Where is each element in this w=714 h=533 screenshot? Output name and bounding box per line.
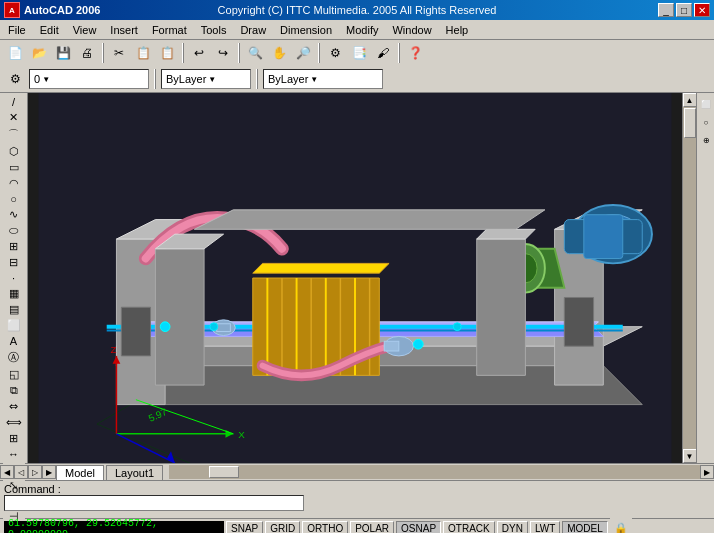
prop-button[interactable]: ⚙ xyxy=(324,42,346,64)
copy-button[interactable]: 📋 xyxy=(132,42,154,64)
region[interactable]: ⬜ xyxy=(3,318,25,333)
draw-polygon[interactable]: ⬡ xyxy=(3,144,25,159)
menu-dimension[interactable]: Dimension xyxy=(274,22,338,38)
tab-scroll-left[interactable]: ◀ xyxy=(0,465,14,479)
coordinates-value: 61.59780796, 29.52645772, 0.00000000 xyxy=(8,518,220,534)
command-label: Command : xyxy=(4,483,710,495)
layer-value: 0 xyxy=(34,73,40,85)
color-dropdown[interactable]: ByLayer ▼ xyxy=(161,69,251,89)
menu-edit[interactable]: Edit xyxy=(34,22,65,38)
tab-model[interactable]: Model xyxy=(56,465,104,480)
tab-layout1[interactable]: Layout1 xyxy=(106,465,163,480)
lock-icon[interactable]: 🔒 xyxy=(610,518,632,534)
minimize-button[interactable]: _ xyxy=(658,3,674,17)
3d-orbit[interactable]: ○ xyxy=(698,114,714,130)
grid-button[interactable]: GRID xyxy=(265,521,300,534)
scroll-down-button[interactable]: ▼ xyxy=(683,449,697,463)
canvas-area[interactable]: X Z Y 22.000 5.97 ▲ ▼ xyxy=(28,93,696,463)
help-button[interactable]: ❓ xyxy=(404,42,426,64)
title-bar: A AutoCAD 2006 Copyright (C) ITTC Multim… xyxy=(0,0,714,20)
hatch[interactable]: ▦ xyxy=(3,286,25,301)
polar-button[interactable]: POLAR xyxy=(350,521,394,534)
menu-draw[interactable]: Draw xyxy=(234,22,272,38)
color-value: ByLayer xyxy=(166,73,206,85)
horizontal-scroll-track[interactable] xyxy=(169,465,700,479)
draw-point[interactable]: · xyxy=(3,271,25,285)
viewcube-button[interactable]: ⬜ xyxy=(698,96,714,112)
zoom-prev[interactable]: 🔎 xyxy=(292,42,314,64)
mtext[interactable]: Ⓐ xyxy=(3,349,25,366)
title-left: A AutoCAD 2006 xyxy=(4,2,100,18)
menu-modify[interactable]: Modify xyxy=(340,22,384,38)
close-button[interactable]: ✕ xyxy=(694,3,710,17)
make-block[interactable]: ⊟ xyxy=(3,255,25,270)
save-button[interactable]: 💾 xyxy=(52,42,74,64)
menu-window[interactable]: Window xyxy=(386,22,437,38)
draw-polyline[interactable]: ⌒ xyxy=(3,126,25,143)
lwt-button[interactable]: LWT xyxy=(530,521,560,534)
layer-dropdown[interactable]: 0 ▼ xyxy=(29,69,149,89)
linetype-dropdown[interactable]: ByLayer ▼ xyxy=(263,69,383,89)
view-controls[interactable]: ⊕ xyxy=(698,132,714,148)
horizontal-scroll-thumb[interactable] xyxy=(209,466,239,478)
zoom-button[interactable]: 🔍 xyxy=(244,42,266,64)
undo-button[interactable]: ↩ xyxy=(188,42,210,64)
menu-view[interactable]: View xyxy=(67,22,103,38)
otrack-button[interactable]: OTRACK xyxy=(443,521,495,534)
draw-spline[interactable]: ∿ xyxy=(3,207,25,222)
menu-help[interactable]: Help xyxy=(440,22,475,38)
menu-tools[interactable]: Tools xyxy=(195,22,233,38)
maximize-button[interactable]: □ xyxy=(676,3,692,17)
svg-marker-34 xyxy=(477,239,526,375)
erase[interactable]: ◱ xyxy=(3,367,25,382)
menu-insert[interactable]: Insert xyxy=(104,22,144,38)
mirror[interactable]: ⇔ xyxy=(3,399,25,414)
gradient[interactable]: ▤ xyxy=(3,302,25,317)
layer-icon[interactable]: ⚙ xyxy=(4,68,26,90)
scroll-thumb-vertical[interactable] xyxy=(684,108,696,138)
tab-scroll-right[interactable]: ▶ xyxy=(42,465,56,479)
dyn-button[interactable]: DYN xyxy=(497,521,528,534)
menu-format[interactable]: Format xyxy=(146,22,193,38)
osnap-button[interactable]: OSNAP xyxy=(396,521,441,534)
svg-point-46 xyxy=(453,323,461,331)
svg-marker-40 xyxy=(194,210,545,229)
insert-block[interactable]: ⊞ xyxy=(3,239,25,254)
paste-button[interactable]: 📋 xyxy=(156,42,178,64)
match-button[interactable]: 🖌 xyxy=(372,42,394,64)
array[interactable]: ⊞ xyxy=(3,431,25,446)
redo-button[interactable]: ↪ xyxy=(212,42,234,64)
model-button[interactable]: MODEL xyxy=(562,521,608,534)
text[interactable]: A xyxy=(3,334,25,348)
scroll-up-button[interactable]: ▲ xyxy=(683,93,697,107)
new-button[interactable]: 📄 xyxy=(4,42,26,64)
h-scroll-right-button[interactable]: ▶ xyxy=(700,465,714,479)
tab-scroll-prev[interactable]: ◁ xyxy=(14,465,28,479)
menu-file[interactable]: File xyxy=(2,22,32,38)
properties-toolbar: ⚙ 0 ▼ ByLayer ▼ ByLayer ▼ xyxy=(0,66,714,92)
ortho-button[interactable]: ORTHO xyxy=(302,521,348,534)
draw-ellipse[interactable]: ⬭ xyxy=(3,223,25,238)
print-button[interactable]: 🖨 xyxy=(76,42,98,64)
move[interactable]: ↔ xyxy=(3,447,25,461)
scroll-track-vertical[interactable] xyxy=(683,107,697,449)
3d-viewport[interactable]: X Z Y 22.000 5.97 xyxy=(28,93,682,463)
toolbar2-sep-1 xyxy=(154,69,156,89)
vertical-scrollbar[interactable]: ▲ ▼ xyxy=(682,93,696,463)
snap-button[interactable]: SNAP xyxy=(226,521,263,534)
draw-rect[interactable]: ▭ xyxy=(3,160,25,175)
draw-circle[interactable]: ○ xyxy=(3,192,25,206)
machine-viewport: X Z Y 22.000 5.97 xyxy=(28,93,682,463)
draw-arc[interactable]: ◠ xyxy=(3,176,25,191)
tab-scroll-next[interactable]: ▷ xyxy=(28,465,42,479)
offset[interactable]: ⟺ xyxy=(3,415,25,430)
svg-point-45 xyxy=(413,339,423,349)
copy-obj[interactable]: ⧉ xyxy=(3,383,25,398)
cut-button[interactable]: ✂ xyxy=(108,42,130,64)
open-button[interactable]: 📂 xyxy=(28,42,50,64)
layer-button[interactable]: 📑 xyxy=(348,42,370,64)
pan-button[interactable]: ✋ xyxy=(268,42,290,64)
draw-line[interactable]: / xyxy=(3,95,25,109)
draw-xline[interactable]: ✕ xyxy=(3,110,25,125)
command-input[interactable] xyxy=(4,495,304,511)
